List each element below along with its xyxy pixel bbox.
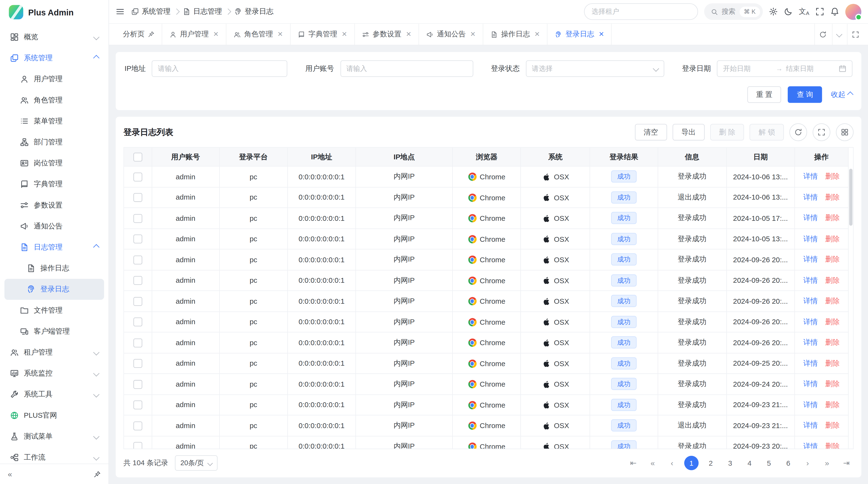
row-checkbox[interactable] (133, 172, 142, 181)
tenant-select-input[interactable] (584, 3, 698, 20)
pagination-page-6[interactable]: 6 (781, 456, 796, 470)
row-checkbox[interactable] (133, 214, 142, 223)
delete-button[interactable]: 删 除 (710, 124, 744, 140)
detail-link[interactable]: 详情 (803, 255, 818, 263)
row-checkbox[interactable] (133, 380, 142, 389)
fullscreen-icon[interactable] (815, 7, 824, 16)
detail-link[interactable]: 详情 (803, 442, 818, 449)
delete-link[interactable]: 删除 (825, 380, 840, 388)
login-date-range-picker[interactable]: 开始日期 → 结束日期 (717, 60, 852, 77)
sidebar-item-operation-log[interactable]: 操作日志 (4, 258, 104, 279)
row-checkbox[interactable] (133, 276, 142, 285)
detail-link[interactable]: 详情 (803, 317, 818, 326)
refresh-button[interactable] (789, 123, 807, 141)
row-checkbox[interactable] (133, 193, 142, 202)
breadcrumb-system-management[interactable]: 系统管理 (131, 7, 170, 17)
sidebar-pin-icon[interactable] (94, 471, 101, 478)
detail-link[interactable]: 详情 (803, 276, 818, 284)
close-icon[interactable]: ✕ (534, 30, 540, 38)
delete-link[interactable]: 删除 (825, 255, 840, 263)
page-size-select[interactable]: 20条/页 (175, 455, 218, 471)
sidebar-item-system-management[interactable]: 系统管理 (4, 47, 104, 68)
delete-link[interactable]: 删除 (825, 234, 840, 243)
login-status-select[interactable]: 请选择 (526, 60, 664, 77)
pagination-prev-jump-button[interactable]: « (646, 456, 660, 470)
pagination-first-button[interactable]: ⇤ (626, 456, 641, 470)
delete-link[interactable]: 删除 (825, 193, 840, 201)
pagination-page-2[interactable]: 2 (704, 456, 718, 470)
global-search-button[interactable]: 搜索 ⌘ K (704, 3, 763, 20)
collapse-filters-link[interactable]: 收起 (831, 90, 852, 100)
user-avatar[interactable] (845, 4, 862, 20)
tab-analysis[interactable]: 分析页 (116, 24, 162, 45)
sidebar-item-overview[interactable]: 概览 (4, 27, 104, 47)
row-checkbox[interactable] (133, 234, 142, 244)
row-checkbox[interactable] (133, 421, 142, 430)
pin-icon[interactable] (148, 31, 155, 38)
detail-link[interactable]: 详情 (803, 172, 818, 180)
sidebar-item-system-tools[interactable]: 系统工具 (4, 384, 104, 405)
sidebar-item-login-log[interactable]: 登录日志 (4, 279, 104, 300)
sidebar-item-dict-management[interactable]: 字典管理 (4, 174, 104, 195)
row-checkbox[interactable] (133, 317, 142, 326)
sidebar-item-workflow[interactable]: 工作流 (4, 447, 104, 463)
close-icon[interactable]: ✕ (470, 30, 476, 38)
delete-link[interactable]: 删除 (825, 338, 840, 346)
pagination-last-button[interactable]: ⇥ (839, 456, 854, 470)
tab-login-log[interactable]: 登录日志 ✕ (548, 24, 612, 45)
row-checkbox[interactable] (133, 442, 142, 449)
close-icon[interactable]: ✕ (277, 30, 283, 38)
sidebar-item-system-monitor[interactable]: 系统监控 (4, 363, 104, 384)
detail-link[interactable]: 详情 (803, 234, 818, 243)
row-checkbox[interactable] (133, 255, 142, 264)
tab-role-management[interactable]: 角色管理 ✕ (226, 24, 290, 45)
breadcrumb-login-log[interactable]: 登录日志 (234, 7, 273, 17)
tab-param-settings[interactable]: 参数设置 ✕ (355, 24, 419, 45)
tabs-refresh-button[interactable] (814, 24, 831, 45)
pagination-next-jump-button[interactable]: » (820, 456, 834, 470)
notifications-bell-icon[interactable] (830, 7, 839, 16)
delete-link[interactable]: 删除 (825, 421, 840, 429)
delete-link[interactable]: 删除 (825, 214, 840, 222)
clear-button[interactable]: 清空 (635, 124, 667, 140)
sidebar-item-menu-management[interactable]: 菜单管理 (4, 110, 104, 132)
detail-link[interactable]: 详情 (803, 297, 818, 305)
detail-link[interactable]: 详情 (803, 421, 818, 429)
delete-link[interactable]: 删除 (825, 317, 840, 326)
pagination-page-5[interactable]: 5 (762, 456, 776, 470)
sidebar-item-notice[interactable]: 通知公告 (4, 216, 104, 237)
dark-mode-moon-icon[interactable] (784, 7, 793, 16)
detail-link[interactable]: 详情 (803, 214, 818, 222)
pagination-prev-button[interactable]: ‹ (665, 456, 679, 470)
breadcrumb-log-management[interactable]: 日志管理 (183, 7, 222, 17)
delete-link[interactable]: 删除 (825, 359, 840, 367)
sidebar-item-file-management[interactable]: 文件管理 (4, 300, 104, 321)
content-fullscreen-button[interactable] (847, 24, 864, 45)
pagination-page-4[interactable]: 4 (742, 456, 757, 470)
sidebar-item-param-settings[interactable]: 参数设置 (4, 195, 104, 216)
detail-link[interactable]: 详情 (803, 400, 818, 409)
close-icon[interactable]: ✕ (342, 30, 347, 38)
close-icon[interactable]: ✕ (406, 30, 411, 38)
ip-address-input[interactable] (152, 60, 287, 77)
delete-link[interactable]: 删除 (825, 442, 840, 449)
sidebar-item-client-management[interactable]: 客户端管理 (4, 321, 104, 342)
delete-link[interactable]: 删除 (825, 400, 840, 409)
delete-link[interactable]: 删除 (825, 172, 840, 180)
sidebar-item-user-management[interactable]: 用户管理 (4, 69, 104, 90)
row-checkbox[interactable] (133, 400, 142, 410)
sidebar-collapse-button[interactable]: « (8, 470, 12, 479)
hamburger-menu-icon[interactable] (116, 7, 125, 16)
row-checkbox[interactable] (133, 338, 142, 347)
app-logo[interactable]: Plus Admin (0, 0, 108, 24)
row-checkbox[interactable] (133, 359, 142, 368)
sidebar-item-log-management[interactable]: 日志管理 (4, 237, 104, 258)
sidebar-item-department-management[interactable]: 部门管理 (4, 132, 104, 153)
sidebar-item-plus-website[interactable]: PLUS官网 (4, 405, 104, 426)
pagination-page-3[interactable]: 3 (723, 456, 737, 470)
tab-user-management[interactable]: 用户管理 ✕ (162, 24, 226, 45)
detail-link[interactable]: 详情 (803, 338, 818, 346)
select-all-checkbox[interactable] (133, 153, 142, 161)
sidebar-item-post-management[interactable]: 岗位管理 (4, 153, 104, 173)
table-scrollbar[interactable] (849, 167, 852, 447)
